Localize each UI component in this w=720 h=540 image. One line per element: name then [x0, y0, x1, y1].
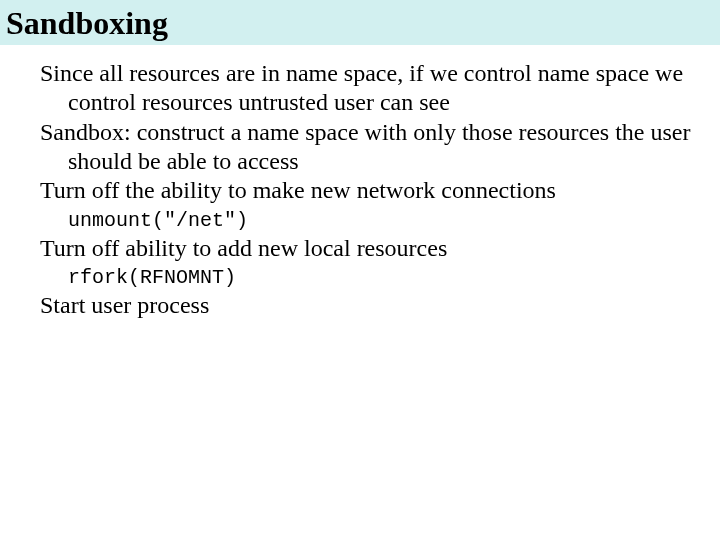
paragraph-sandbox: Sandbox: construct a name space with onl…	[40, 118, 700, 177]
slide: Sandboxing Since all resources are in na…	[0, 0, 720, 540]
paragraph-network: Turn off the ability to make new network…	[40, 176, 700, 205]
paragraph-local: Turn off ability to add new local resour…	[40, 234, 700, 263]
slide-body: Since all resources are in name space, i…	[0, 45, 720, 320]
code-rfork: rfork(RFNOMNT)	[40, 265, 700, 291]
code-unmount: unmount("/net")	[40, 208, 700, 234]
paragraph-start: Start user process	[40, 291, 700, 320]
slide-title: Sandboxing	[6, 6, 720, 41]
title-band: Sandboxing	[0, 0, 720, 45]
paragraph-intro: Since all resources are in name space, i…	[40, 59, 700, 118]
